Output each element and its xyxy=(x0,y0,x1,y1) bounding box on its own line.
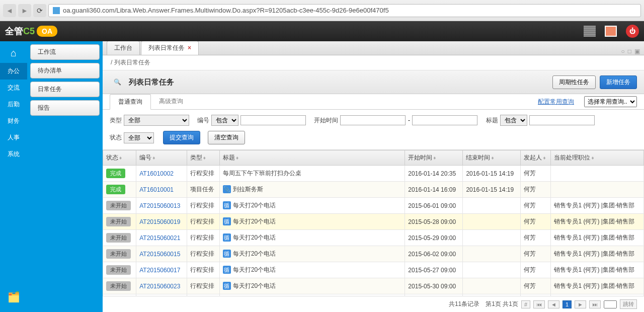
power-icon[interactable]: ⏻ xyxy=(626,25,639,38)
refresh-button[interactable]: ⟳ xyxy=(33,4,46,17)
task-code-link[interactable]: AT2015060015 xyxy=(139,251,180,258)
breadcrumb: / 列表日常任务 xyxy=(103,55,644,70)
task-title: 循每天打20个电话 xyxy=(219,214,405,230)
pager-first[interactable]: ⏮ xyxy=(533,300,545,308)
task-end xyxy=(463,262,521,278)
status-badge: 未开始 xyxy=(106,281,131,291)
task-end xyxy=(463,214,521,230)
task-code-link[interactable]: AT16010001 xyxy=(139,186,174,193)
pager-prev[interactable]: ◄ xyxy=(548,300,559,308)
pager-jump-button[interactable]: 跳转 xyxy=(620,299,637,309)
calendar-icon[interactable] xyxy=(605,26,617,37)
code-op-select[interactable]: 包含 xyxy=(211,115,238,126)
status-select[interactable]: 全部 xyxy=(124,132,154,143)
task-start: 2015-06-02 09:00 xyxy=(405,246,463,262)
query-form: 类型 全部 编号 包含 开始时间 📅 - 📅 标题 包含 状态 全部 xyxy=(103,110,644,150)
column-header[interactable]: 标题♦ xyxy=(219,150,405,166)
config-query-link[interactable]: 配置常用查询 xyxy=(532,96,580,108)
sidebar-icon-item[interactable]: 人事 xyxy=(0,129,27,146)
restore-icon[interactable]: □ xyxy=(628,48,631,55)
column-header[interactable]: 编号♦ xyxy=(136,150,187,166)
start-date-to[interactable] xyxy=(412,115,477,125)
type-select[interactable]: 全部 xyxy=(124,115,189,126)
pager-hash[interactable]: # xyxy=(521,300,530,308)
tab-current[interactable]: 列表日常任务× xyxy=(141,41,199,55)
page-icon: 🔍 xyxy=(110,74,125,90)
table-row[interactable]: 完成AT16010002行程安排每周五下午下班前打扫办公桌2016-01-14 … xyxy=(103,166,644,182)
task-code-link[interactable]: AT16010002 xyxy=(139,170,174,177)
task-end xyxy=(463,278,521,294)
table-row[interactable]: 未开始AT2015060013行程安排循每天打20个电话2015-06-01 0… xyxy=(103,198,644,214)
url-bar[interactable]: oa.guanli360.com/Libra.Web.Answer.Frames… xyxy=(48,4,641,17)
task-start: 2015-05-27 09:00 xyxy=(405,262,463,278)
menu-item[interactable]: 工作流 xyxy=(30,44,100,60)
table-row[interactable]: 未开始AT2015060023行程安排循每天打20个电话2015-05-30 0… xyxy=(103,278,644,294)
start-date-from[interactable] xyxy=(340,115,406,125)
pager-summary: 共11条记录 第1页 共1页 xyxy=(449,300,518,308)
task-code-link[interactable]: AT2015060019 xyxy=(139,218,180,225)
pager-next[interactable]: ► xyxy=(575,300,586,308)
task-type: 行程安排 xyxy=(187,198,219,214)
task-owner: 何芳 xyxy=(521,246,551,262)
column-header[interactable]: 类型♦ xyxy=(187,150,219,166)
task-owner: 何芳 xyxy=(521,166,551,182)
task-end xyxy=(463,230,521,246)
task-code-link[interactable]: AT2015060021 xyxy=(139,235,180,242)
query-tab-normal[interactable]: 普通查询 xyxy=(110,94,151,110)
page-title: 列表日常任务 xyxy=(129,77,174,87)
sidebar-icon-item[interactable]: 系统 xyxy=(0,146,27,163)
tab-workbench[interactable]: 工作台 xyxy=(107,41,140,55)
sidebar-icon-item[interactable]: 后勤 xyxy=(0,96,27,113)
title-op-select[interactable]: 包含 xyxy=(500,115,527,126)
table-row[interactable]: 未开始AT2015060017行程安排循每天打20个电话2015-05-27 0… xyxy=(103,262,644,278)
status-badge: 未开始 xyxy=(106,265,131,275)
table-row[interactable]: 完成AT16010001项目任务📎到拉斯务斯2016-01-14 16:0920… xyxy=(103,182,644,198)
query-tab-advanced[interactable]: 高级查询 xyxy=(151,94,191,109)
cards-icon[interactable]: 🗂️ xyxy=(0,287,27,307)
clear-query-button[interactable]: 清空查询 xyxy=(208,131,245,144)
pager-page[interactable]: 1 xyxy=(562,300,572,308)
title-input[interactable] xyxy=(529,115,595,125)
table-row[interactable]: 未开始AT2015060021行程安排循每天打20个电话2015-05-29 0… xyxy=(103,230,644,246)
column-header[interactable]: 当前处理职位♦ xyxy=(551,150,644,166)
code-label: 编号 xyxy=(197,116,209,125)
task-end: 2016-01-15 14:19 xyxy=(463,182,521,198)
column-header[interactable]: 发起人♦ xyxy=(521,150,551,166)
table-row[interactable]: 未开始AT2015060019行程安排循每天打20个电话2015-05-28 0… xyxy=(103,214,644,230)
periodic-task-button[interactable]: 周期性任务 xyxy=(552,75,596,89)
menu-item[interactable]: 日常任务 xyxy=(30,82,100,97)
pager-goto-input[interactable] xyxy=(604,300,617,308)
close-icon[interactable]: × xyxy=(188,44,191,51)
sidebar-icon-item[interactable]: 办公 xyxy=(0,63,27,80)
forward-button[interactable]: ► xyxy=(18,4,31,17)
menu-item[interactable]: 待办清单 xyxy=(30,63,100,79)
code-input[interactable] xyxy=(240,115,306,125)
column-header[interactable]: 开始时间♦ xyxy=(405,150,463,166)
apps-icon[interactable] xyxy=(584,26,596,37)
column-header[interactable]: 结束时间♦ xyxy=(463,150,521,166)
pager: 共11条记录 第1页 共1页 # ⏮ ◄ 1 ► ⏭ 跳转 xyxy=(103,296,644,312)
task-title: 循每天打20个电话 xyxy=(219,278,405,294)
back-button[interactable]: ◄ xyxy=(3,4,16,17)
sidebar-icon-item[interactable]: 交流 xyxy=(0,80,27,96)
task-code-link[interactable]: AT2015060023 xyxy=(139,283,180,290)
new-task-button[interactable]: 新增任务 xyxy=(600,75,637,89)
menu-item[interactable]: 报告 xyxy=(30,100,100,116)
task-owner: 何芳 xyxy=(521,230,551,246)
column-header[interactable]: 状态♦ xyxy=(103,150,136,166)
tab-row: 工作台 列表日常任务× ○ □ ▣ xyxy=(103,41,644,55)
saved-query-select[interactable]: 选择常用查询.. xyxy=(584,96,637,107)
browser-chrome: ◄ ► ⟳ oa.guanli360.com/Libra.Web.Answer.… xyxy=(0,0,644,21)
home-icon[interactable]: ⌂ xyxy=(0,43,27,63)
site-icon xyxy=(53,7,60,14)
minimize-icon[interactable]: ○ xyxy=(621,48,625,55)
task-title: 每周五下午下班前打扫办公桌 xyxy=(219,166,405,182)
table-row[interactable]: 未开始AT2015060015行程安排循每天打20个电话2015-06-02 0… xyxy=(103,246,644,262)
task-code-link[interactable]: AT2015060013 xyxy=(139,202,180,209)
submit-query-button[interactable]: 提交查询 xyxy=(163,131,200,144)
close-all-icon[interactable]: ▣ xyxy=(634,48,640,55)
sidebar-icon-item[interactable]: 财务 xyxy=(0,113,27,129)
task-code-link[interactable]: AT2015060017 xyxy=(139,267,180,274)
url-text: oa.guanli360.com/Libra.Web.Answer.Frames… xyxy=(63,7,389,14)
pager-last[interactable]: ⏭ xyxy=(589,300,601,308)
